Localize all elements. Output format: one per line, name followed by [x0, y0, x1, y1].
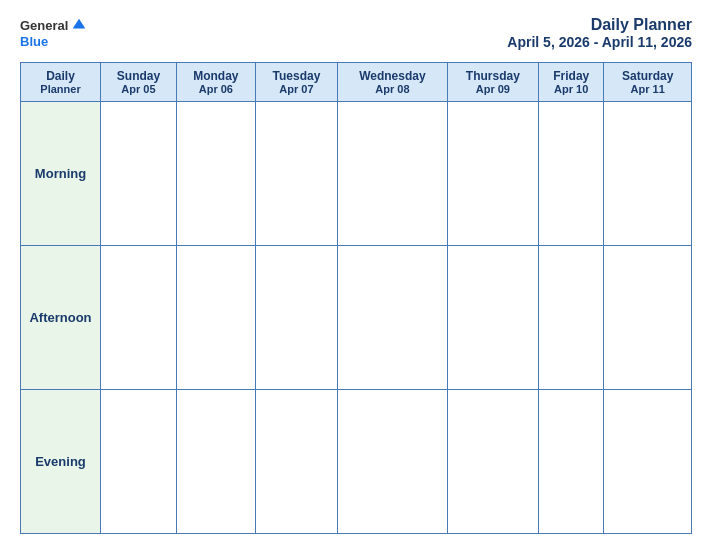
planner-label-line1: Daily — [25, 69, 96, 83]
evening-monday-cell[interactable] — [176, 390, 255, 534]
morning-row: Morning — [21, 102, 692, 246]
evening-thursday-cell[interactable] — [447, 390, 538, 534]
afternoon-thursday-cell[interactable] — [447, 246, 538, 390]
col-header-monday: Monday Apr 06 — [176, 63, 255, 102]
tuesday-date: Apr 07 — [260, 83, 333, 95]
morning-saturday-cell[interactable] — [604, 102, 692, 246]
wednesday-date: Apr 08 — [342, 83, 442, 95]
col-header-thursday: Thursday Apr 09 — [447, 63, 538, 102]
evening-wednesday-cell[interactable] — [338, 390, 447, 534]
col-header-tuesday: Tuesday Apr 07 — [255, 63, 337, 102]
col-header-friday: Friday Apr 10 — [539, 63, 604, 102]
saturday-name: Saturday — [608, 69, 687, 83]
logo-blue: Blue — [20, 34, 48, 49]
morning-wednesday-cell[interactable] — [338, 102, 447, 246]
afternoon-label: Afternoon — [21, 246, 101, 390]
planner-label-line2: Planner — [25, 83, 96, 95]
afternoon-tuesday-cell[interactable] — [255, 246, 337, 390]
logo-general: General — [20, 18, 68, 33]
wednesday-name: Wednesday — [342, 69, 442, 83]
afternoon-sunday-cell[interactable] — [101, 246, 177, 390]
morning-friday-cell[interactable] — [539, 102, 604, 246]
morning-monday-cell[interactable] — [176, 102, 255, 246]
evening-row: Evening — [21, 390, 692, 534]
friday-date: Apr 10 — [543, 83, 599, 95]
monday-name: Monday — [181, 69, 251, 83]
date-range: April 5, 2026 - April 11, 2026 — [507, 34, 692, 50]
saturday-date: Apr 11 — [608, 83, 687, 95]
tuesday-name: Tuesday — [260, 69, 333, 83]
evening-friday-cell[interactable] — [539, 390, 604, 534]
logo-icon — [70, 16, 88, 34]
afternoon-saturday-cell[interactable] — [604, 246, 692, 390]
page-title: Daily Planner — [507, 16, 692, 34]
evening-sunday-cell[interactable] — [101, 390, 177, 534]
title-area: Daily Planner April 5, 2026 - April 11, … — [507, 16, 692, 50]
calendar-table: Daily Planner Sunday Apr 05 Monday Apr 0… — [20, 62, 692, 534]
morning-tuesday-cell[interactable] — [255, 102, 337, 246]
thursday-date: Apr 09 — [452, 83, 534, 95]
col-header-sunday: Sunday Apr 05 — [101, 63, 177, 102]
thursday-name: Thursday — [452, 69, 534, 83]
afternoon-friday-cell[interactable] — [539, 246, 604, 390]
page: General Blue Daily Planner April 5, 2026… — [0, 0, 712, 550]
evening-saturday-cell[interactable] — [604, 390, 692, 534]
evening-label: Evening — [21, 390, 101, 534]
col-header-wednesday: Wednesday Apr 08 — [338, 63, 447, 102]
svg-marker-0 — [73, 19, 86, 29]
col-header-saturday: Saturday Apr 11 — [604, 63, 692, 102]
sunday-date: Apr 05 — [105, 83, 172, 95]
monday-date: Apr 06 — [181, 83, 251, 95]
evening-tuesday-cell[interactable] — [255, 390, 337, 534]
logo-text: General — [20, 16, 88, 34]
morning-sunday-cell[interactable] — [101, 102, 177, 246]
sunday-name: Sunday — [105, 69, 172, 83]
header: General Blue Daily Planner April 5, 2026… — [20, 16, 692, 50]
friday-name: Friday — [543, 69, 599, 83]
morning-label: Morning — [21, 102, 101, 246]
header-row: Daily Planner Sunday Apr 05 Monday Apr 0… — [21, 63, 692, 102]
afternoon-row: Afternoon — [21, 246, 692, 390]
afternoon-wednesday-cell[interactable] — [338, 246, 447, 390]
morning-thursday-cell[interactable] — [447, 102, 538, 246]
logo-area: General Blue — [20, 16, 88, 49]
afternoon-monday-cell[interactable] — [176, 246, 255, 390]
planner-header-cell: Daily Planner — [21, 63, 101, 102]
